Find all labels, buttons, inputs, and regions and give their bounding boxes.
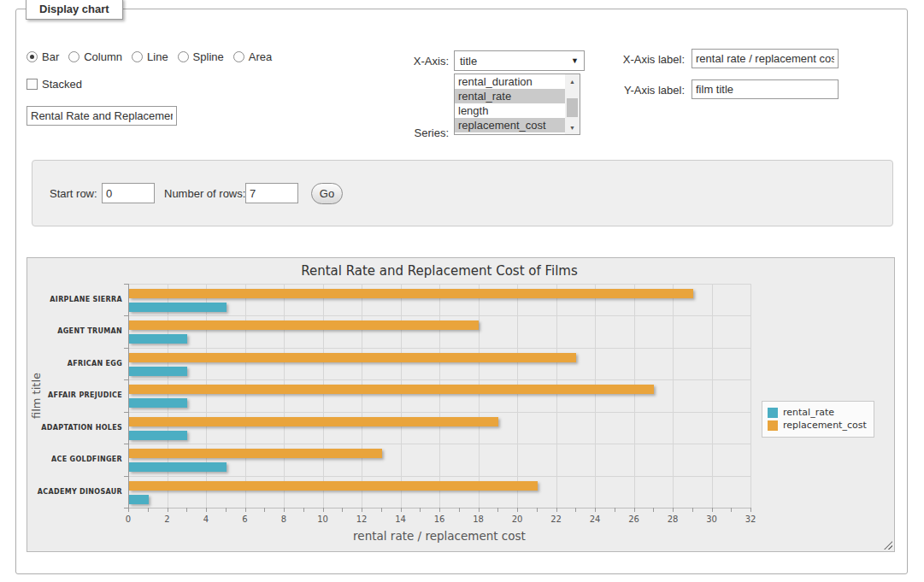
y-axis-title: film title: [29, 284, 43, 508]
resize-handle-icon[interactable]: [884, 541, 892, 550]
x-axis-tick: [595, 508, 596, 512]
x-axis-tick: [323, 508, 324, 512]
radio-icon[interactable]: [233, 51, 244, 62]
x-axis-tick: [537, 508, 538, 512]
number-of-rows-label: Number of rows:: [164, 187, 245, 200]
gridline-vertical: [245, 284, 246, 508]
x-tick-label: 2: [150, 514, 185, 524]
x-axis-label-caption: X-Axis label:: [613, 53, 685, 66]
stacked-checkbox[interactable]: [26, 79, 38, 90]
x-axis-tick: [750, 508, 751, 512]
scroll-down-icon[interactable]: ▼: [565, 121, 580, 134]
radio-icon[interactable]: [178, 51, 189, 62]
series-options: rental_durationrental_ratelengthreplacem…: [455, 74, 565, 134]
bar-rental_rate: [129, 495, 149, 504]
x-tick-label: 24: [578, 514, 612, 524]
x-tick-label: 22: [539, 514, 574, 524]
x-tick-label: 12: [344, 514, 379, 524]
x-axis-select[interactable]: title ▼: [454, 50, 585, 71]
start-row-label: Start row:: [50, 187, 97, 200]
legend-swatch: [768, 420, 778, 431]
y-axis-label-input[interactable]: [692, 79, 839, 99]
gridline-horizontal: [128, 348, 750, 349]
y-axis-line: [128, 284, 129, 508]
x-axis-tick: [206, 508, 207, 512]
radio-option-spline[interactable]: Spline: [178, 50, 224, 63]
number-of-rows-input[interactable]: [245, 183, 298, 203]
x-axis-tick: [497, 508, 498, 512]
x-axis-tick: [556, 508, 557, 512]
bar-rental_rate: [129, 303, 227, 312]
bar-replacement_cost: [129, 385, 654, 394]
x-tick-label: 10: [306, 514, 340, 524]
gridline-vertical: [284, 284, 285, 508]
series-option-replacement_cost[interactable]: replacement_cost: [455, 118, 565, 132]
gridline-horizontal: [128, 444, 750, 444]
x-axis-tick: [634, 508, 635, 512]
bar-replacement_cost: [129, 417, 498, 426]
x-tick-label: 28: [656, 514, 690, 524]
x-axis-tick: [615, 508, 615, 512]
fieldset-legend: Display chart: [26, 0, 123, 20]
bar-replacement_cost: [129, 481, 538, 491]
display-chart-fieldset: Display chart BarColumnLineSplineArea St…: [15, 9, 908, 574]
gridline-vertical: [712, 284, 713, 508]
chart-title: Rental Rate and Replacement Cost of Film…: [128, 263, 750, 279]
gridline-vertical: [479, 284, 480, 508]
legend-label: rental_rate: [783, 407, 834, 418]
radio-icon[interactable]: [68, 51, 79, 62]
x-axis-tick: [186, 508, 187, 512]
series-option-length[interactable]: length: [455, 103, 565, 118]
start-row-input[interactable]: [102, 183, 155, 203]
x-axis-tick: [342, 508, 343, 512]
x-axis-tick: [401, 508, 402, 512]
radio-label: Spline: [193, 50, 224, 63]
gridline-horizontal: [128, 476, 750, 477]
gridline-vertical: [595, 284, 596, 508]
gridline-vertical: [206, 284, 207, 508]
bar-rental_rate: [129, 367, 187, 376]
x-axis-tick: [575, 508, 576, 512]
radio-option-line[interactable]: Line: [132, 50, 168, 63]
series-option-rental_rate[interactable]: rental_rate: [455, 89, 565, 103]
x-tick-label: 32: [733, 514, 768, 524]
legend-item-rental_rate[interactable]: rental_rate: [768, 407, 867, 418]
radio-label: Bar: [42, 50, 59, 63]
scrollbar-track[interactable]: [565, 88, 580, 121]
gridline-vertical: [673, 284, 674, 508]
x-axis-tick: [459, 508, 460, 512]
scroll-up-icon[interactable]: ▲: [565, 74, 580, 88]
x-tick-label: 0: [111, 514, 145, 524]
bar-replacement_cost: [129, 320, 479, 330]
x-axis-tick: [303, 508, 304, 512]
gridline-horizontal: [128, 284, 750, 285]
radio-option-area[interactable]: Area: [233, 50, 272, 63]
bar-rental_rate: [129, 462, 227, 472]
x-axis-tick: [148, 508, 149, 512]
bar-rental_rate: [129, 431, 187, 440]
series-option-rental_duration[interactable]: rental_duration: [455, 74, 565, 89]
go-button[interactable]: Go: [311, 183, 343, 204]
radio-icon[interactable]: [132, 51, 143, 62]
radio-option-column[interactable]: Column: [68, 50, 122, 63]
stacked-checkbox-row: Stacked: [26, 78, 82, 91]
radio-icon[interactable]: [26, 51, 38, 62]
stacked-label: Stacked: [42, 78, 82, 91]
chart-title-input[interactable]: [26, 106, 177, 126]
radio-label: Area: [249, 50, 272, 63]
x-tick-label: 18: [462, 514, 496, 524]
chevron-down-icon: ▼: [571, 56, 579, 65]
chart-type-radio-group: BarColumnLineSplineArea: [26, 50, 281, 63]
legend-item-replacement_cost[interactable]: replacement_cost: [768, 420, 867, 431]
x-tick-label: 6: [228, 514, 262, 524]
rows-controls-panel: Start row: Number of rows: Go: [32, 160, 893, 226]
x-axis-tick: [245, 508, 246, 512]
scrollbar-thumb[interactable]: [567, 98, 578, 117]
radio-option-bar[interactable]: Bar: [26, 50, 59, 63]
gridline-horizontal: [128, 315, 750, 316]
x-axis-tick: [692, 508, 693, 512]
series-listbox-label: Series:: [392, 126, 449, 139]
x-axis-tick: [439, 508, 440, 512]
x-axis-label-input[interactable]: [692, 49, 839, 68]
gridline-vertical: [401, 284, 402, 508]
